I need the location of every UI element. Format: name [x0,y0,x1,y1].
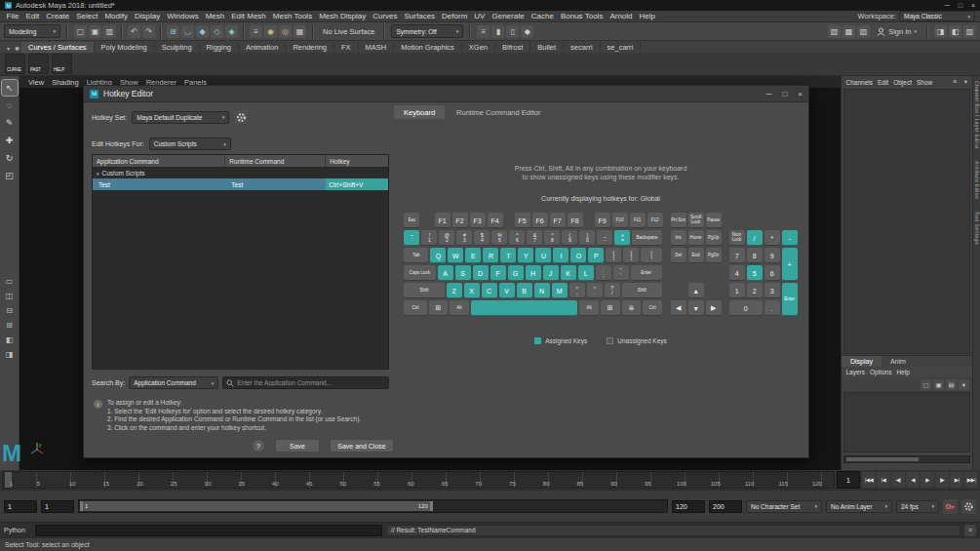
shelf-item-curve[interactable]: CURVE [5,54,25,74]
construction-history-icon[interactable]: ≡ [250,25,262,38]
key-r[interactable]: R [483,248,498,263]
key-numpad-7[interactable]: 7 [729,248,745,263]
key-t[interactable]: T [500,248,516,263]
channel-menu-show[interactable]: Show [914,79,934,86]
step-forward-frame-button[interactable]: ▶| [950,472,963,488]
layer-menu-help[interactable]: Help [894,369,912,375]
go-to-end-button[interactable]: ▶▶| [964,472,978,488]
key-f2[interactable]: F2 [452,213,468,228]
step-back-frame-button[interactable]: |◀ [877,472,890,488]
key-p[interactable]: P [588,248,604,263]
key-menu[interactable]: ≣ [622,300,642,316]
menu-set-selector[interactable]: Modeling [4,24,60,38]
layer-list[interactable] [843,392,970,453]
fps-selector[interactable]: 24 fps [896,500,939,513]
key-3[interactable]: #3 [456,230,472,246]
key-numpad-3[interactable]: 3 [764,283,780,298]
make-live-icon[interactable]: ◈ [225,25,238,38]
key-arrow-down[interactable]: ▼ [688,300,704,316]
key-win-left[interactable]: ⊞ [429,300,449,316]
character-set-selector[interactable]: No Character Set [746,500,822,513]
column-application-command[interactable]: Application Command [93,155,225,167]
key-l[interactable]: L [578,265,594,281]
key-shift-left[interactable]: Shift [404,283,444,298]
column-hotkey[interactable]: Hotkey [326,155,388,167]
menu-mesh-tools[interactable]: Mesh Tools [269,12,315,20]
menu-edit-mesh[interactable]: Edit Mesh [228,12,270,20]
shelf-tab-poly-modeling[interactable]: Poly Modeling [95,42,155,53]
ipr-render-icon[interactable]: ◎ [279,25,292,38]
key-numpad-5[interactable]: 5 [747,265,763,281]
key-delete[interactable]: Del [671,248,686,263]
workspace-selector[interactable]: Maya Classic [899,11,975,21]
layout-hypershade-persp[interactable]: ◨ [2,348,18,361]
key-numpad-decimal[interactable]: . [764,300,780,316]
panel-menu-shading[interactable]: Shading [48,78,83,87]
shelf-item-past[interactable]: PAST [28,54,49,74]
key-2[interactable]: @2 [439,230,454,246]
key-z[interactable]: Z [447,283,462,298]
shelf-tab-sculpting[interactable]: Sculpting [155,42,200,53]
key-period[interactable]: >. [587,283,603,298]
menu-edit[interactable]: Edit [22,12,43,20]
key-c[interactable]: C [482,283,497,298]
layout-single-pane[interactable]: ▭ [2,275,18,288]
key-space[interactable] [471,300,578,316]
key-win-right[interactable]: ⊞ [601,300,620,316]
menu-arnold[interactable]: Arnold [607,12,636,20]
key-s[interactable]: S [455,265,471,281]
menu-generate[interactable]: Generate [489,12,528,20]
key-x[interactable]: X [464,283,480,298]
symmetry-selector[interactable]: Symmetry: Off [391,24,463,38]
key-ctrl-right[interactable]: Ctrl [643,300,662,316]
key-scroll-lock[interactable]: Scroll Lock [688,213,704,228]
edit-hotkeys-for-selector[interactable]: Custom Scripts [149,138,231,150]
key-m[interactable]: M [552,283,568,298]
key-arrow-right[interactable]: ▶ [706,300,722,316]
key-key[interactable]: {[ [606,248,621,263]
shelf-tab-animation[interactable]: Animation [239,42,286,53]
key-w[interactable]: W [448,248,463,263]
open-scene-icon[interactable]: ▣ [89,25,101,38]
menu-surfaces[interactable]: Surfaces [401,12,439,20]
search-input[interactable]: Enter the Application Command... [222,376,389,389]
range-slider[interactable]: 1 120 [78,499,668,513]
shelf-gear-icon[interactable]: ✱ [13,44,21,53]
key-alt-right[interactable]: Alt [579,300,599,316]
menu-display[interactable]: Display [132,12,164,20]
key-f10[interactable]: F10 [612,213,628,228]
layout-two-pane-stacked[interactable]: ⊟ [2,304,18,317]
help-button[interactable]: ? [252,439,265,453]
key-caps-lock[interactable]: Caps Lock [404,265,435,281]
shelf-tab-curves-surfaces[interactable]: Curves / Surfaces [21,42,95,53]
key-quote[interactable]: "' [613,265,629,281]
key-page-down[interactable]: PgDn [706,248,722,263]
key-9[interactable]: (9 [562,230,577,246]
tab-display[interactable]: Display [842,356,882,367]
key-f[interactable]: F [490,265,506,281]
key-comma[interactable]: <, [569,283,585,298]
render-icon[interactable]: ◉ [264,25,277,38]
key-4[interactable]: $4 [474,230,490,246]
menu-modify[interactable]: Modify [101,12,132,20]
sidebar-tab-tool-settings[interactable]: Tool Settings [974,212,980,245]
shelf-tab-motion-graphics[interactable]: Motion Graphics [394,42,462,53]
key-pause[interactable]: Pause [706,213,722,228]
redo-icon[interactable]: ↷ [142,25,155,38]
channel-menu-channels[interactable]: Channels [843,79,875,86]
key-q[interactable]: Q [430,248,446,263]
layer-sort-icon[interactable]: ▾ [959,379,969,390]
lasso-select-tool[interactable]: ◌ [2,98,18,113]
menu-cache[interactable]: Cache [528,12,557,20]
menu-uv[interactable]: UV [471,12,489,20]
key-home[interactable]: Home [688,230,704,246]
menu-create[interactable]: Create [43,12,73,20]
save-scene-icon[interactable]: ▥ [103,25,116,38]
undo-icon[interactable]: ↶ [128,25,140,38]
shelf-tab-fx[interactable]: FX [334,42,359,53]
key-numpad-add[interactable]: + [782,248,798,281]
key-num-lock[interactable]: Num Lock [729,230,745,246]
save-button[interactable]: Save [275,439,320,453]
animation-start-field[interactable]: 1 [4,500,37,513]
menu-help[interactable]: Help [636,12,658,20]
